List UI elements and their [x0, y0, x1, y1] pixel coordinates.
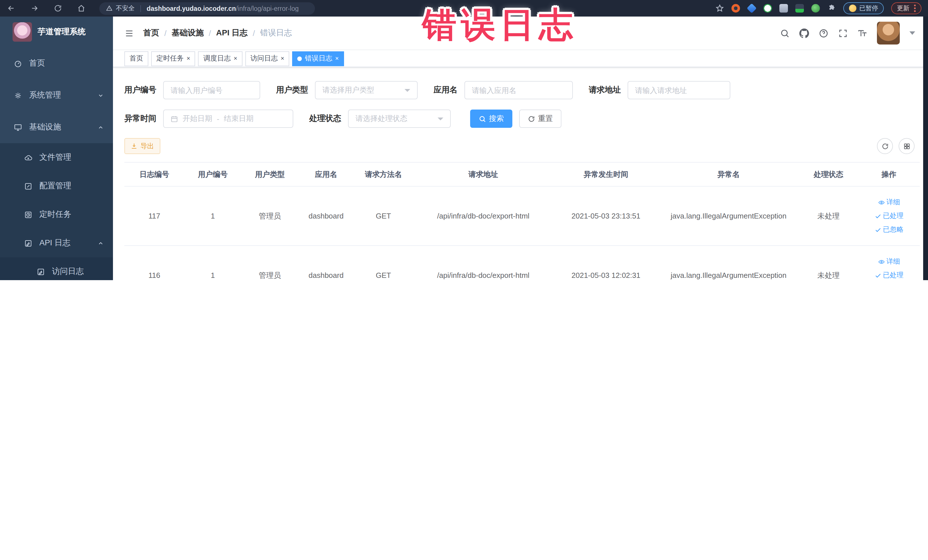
home-icon[interactable]	[77, 4, 85, 12]
extension-icon-4[interactable]	[779, 4, 788, 12]
dashboard-gauge-icon	[14, 59, 22, 68]
extension-icon-2[interactable]	[747, 3, 757, 14]
process-status-select[interactable]: 请选择处理状态	[348, 110, 451, 128]
bookmark-star-icon[interactable]	[716, 4, 724, 12]
breadcrumb-infra[interactable]: 基础设施	[172, 28, 204, 38]
exception-time-range-picker[interactable]: 开始日期 - 结束日期	[163, 110, 293, 128]
cell-exception: java.lang.IllegalArgumentException	[658, 212, 799, 220]
edit-square-icon	[24, 182, 32, 190]
github-icon[interactable]	[799, 28, 809, 38]
close-icon[interactable]: ×	[281, 55, 284, 62]
tag-error-log[interactable]: 错误日志×	[292, 51, 344, 66]
sidebar-item-system[interactable]: 系统管理	[0, 79, 113, 111]
fullscreen-icon[interactable]	[838, 28, 848, 38]
back-icon[interactable]	[7, 4, 15, 12]
action-mark-ignored[interactable]: 已忽略	[875, 225, 904, 235]
col-url: 请求地址	[413, 169, 553, 179]
tag-schedule-log[interactable]: 调度日志×	[198, 51, 243, 66]
cell-log-id: 117	[124, 212, 184, 220]
app-name-label: 应用名	[433, 85, 458, 95]
refresh-table-button[interactable]	[877, 138, 893, 154]
action-detail[interactable]: 详细	[878, 257, 900, 267]
sidebar-item-access-log[interactable]: 访问日志	[0, 257, 113, 280]
tag-home[interactable]: 首页	[124, 51, 148, 66]
sidebar-item-home[interactable]: 首页	[0, 47, 113, 79]
action-detail[interactable]: 详细	[878, 197, 900, 207]
cell-time: 2021-05-03 12:02:31	[553, 271, 658, 279]
sidebar-item-file-manage[interactable]: 文件管理	[0, 143, 113, 172]
col-app-name: 应用名	[298, 169, 354, 179]
search-button[interactable]: 搜索	[470, 110, 512, 128]
action-mark-processed[interactable]: 已处理	[875, 270, 904, 280]
col-time: 异常发生时间	[553, 169, 658, 179]
sidebar-collapse-icon[interactable]	[124, 29, 134, 37]
export-button[interactable]: 导出	[124, 138, 160, 154]
close-icon[interactable]: ×	[335, 55, 339, 62]
doc-edit-icon	[24, 239, 32, 247]
check-icon	[875, 272, 881, 279]
cell-exception: java.lang.IllegalArgumentException	[658, 271, 799, 279]
font-size-icon[interactable]	[858, 28, 867, 38]
browser-update-pill[interactable]: 更新	[891, 2, 922, 14]
help-icon[interactable]	[819, 28, 829, 38]
search-icon[interactable]	[780, 28, 790, 38]
app-name-input[interactable]	[464, 81, 573, 99]
cell-app-name: dashboard	[298, 212, 354, 220]
action-mark-processed[interactable]: 已处理	[875, 211, 904, 221]
reset-button[interactable]: 重置	[519, 110, 562, 128]
main-area: 首页 / 基础设施 / API 日志 / 错误日志 首页 定时任务× 调度日志	[113, 17, 923, 280]
process-status-label: 处理状态	[309, 113, 341, 124]
browser-scrollbar[interactable]	[923, 17, 928, 280]
forward-icon[interactable]	[30, 4, 39, 12]
breadcrumb-api-log[interactable]: API 日志	[216, 28, 247, 38]
active-dot	[298, 56, 302, 61]
extension-icon-5[interactable]	[795, 4, 804, 12]
sidebar-item-infra[interactable]: 基础设施	[0, 111, 113, 143]
cell-actions: 详细 已处理 已忽略	[858, 197, 920, 235]
sidebar-item-scheduled-jobs[interactable]: 定时任务	[0, 200, 113, 229]
close-icon[interactable]: ×	[186, 55, 190, 62]
tag-access-log[interactable]: 访问日志×	[245, 51, 290, 66]
sidebar-item-api-log[interactable]: API 日志	[0, 229, 113, 257]
security-label: 不安全	[116, 4, 135, 12]
chevron-down-icon	[438, 117, 443, 120]
sidebar-item-config-manage[interactable]: 配置管理	[0, 172, 113, 200]
extension-icon-1[interactable]	[731, 4, 740, 12]
reload-icon[interactable]	[53, 4, 62, 12]
profile-emoji-icon	[849, 5, 856, 12]
tags-view-bar: 首页 定时任务× 调度日志× 访问日志× 错误日志×	[113, 50, 923, 67]
download-icon	[131, 143, 137, 150]
tag-scheduled-jobs[interactable]: 定时任务×	[151, 51, 195, 66]
browser-menu-icon[interactable]	[914, 5, 916, 12]
user-avatar[interactable]	[877, 22, 900, 44]
sidebar-item-label: 文件管理	[40, 153, 71, 163]
grid-icon	[903, 142, 910, 150]
user-type-select[interactable]: 请选择用户类型	[315, 81, 418, 99]
cell-url: /api/infra/db-doc/export-html	[413, 212, 553, 220]
user-id-input[interactable]	[163, 81, 260, 99]
error-log-table: 日志编号 用户编号 用户类型 应用名 请求方法名 请求地址 异常发生时间 异常名…	[124, 162, 920, 280]
extension-icon-6[interactable]	[811, 4, 820, 12]
close-icon[interactable]: ×	[234, 55, 237, 62]
request-url-input[interactable]	[627, 81, 730, 99]
page-url: dashboard.yudao.iocoder.cn/infra/log/api…	[147, 5, 299, 12]
cloud-upload-icon	[24, 153, 32, 162]
monitor-icon	[14, 123, 22, 131]
col-status: 处理状态	[799, 169, 858, 179]
calendar-icon	[171, 115, 178, 122]
extension-icon-3[interactable]	[763, 4, 772, 12]
page-content: 用户编号 用户类型 请选择用户类型 应用名 请求地址	[113, 67, 923, 280]
app-logo-avatar	[12, 22, 32, 42]
table-row: 116 1 管理员 dashboard GET /api/infra/db-do…	[124, 246, 920, 280]
cell-time: 2021-05-03 23:13:51	[553, 212, 658, 220]
sidebar: 芋道管理系统 首页 系统管理 基础设施 文件管理 配置管理 定时任务	[0, 17, 113, 280]
breadcrumb-home[interactable]: 首页	[143, 28, 159, 38]
column-settings-button[interactable]	[899, 138, 914, 154]
profile-paused-pill[interactable]: 已暂停	[843, 2, 884, 14]
sidebar-item-label: 定时任务	[40, 209, 71, 220]
extensions-puzzle-icon[interactable]	[827, 4, 836, 12]
browser-toolbar: 不安全 dashboard.yudao.iocoder.cn/infra/log…	[0, 0, 928, 17]
app-logo-row[interactable]: 芋道管理系统	[0, 17, 113, 47]
user-menu-caret-icon[interactable]	[910, 31, 915, 35]
address-bar[interactable]: 不安全 dashboard.yudao.iocoder.cn/infra/log…	[99, 2, 315, 15]
